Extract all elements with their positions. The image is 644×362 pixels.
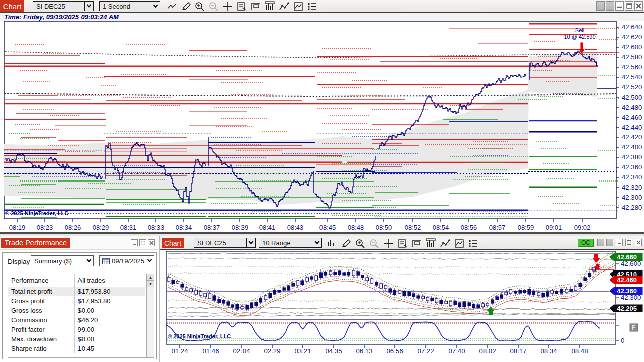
svg-text:01:24: 01:24	[171, 347, 188, 355]
svg-text:42.660: 42.660	[617, 253, 637, 261]
svg-text:08:02: 08:02	[479, 347, 496, 355]
svg-text:08:48: 08:48	[348, 224, 364, 231]
svg-text:08:59: 08:59	[518, 224, 534, 231]
svg-text:02:29: 02:29	[264, 347, 280, 355]
svg-text:08:34: 08:34	[540, 347, 557, 355]
svg-text:09:02: 09:02	[574, 224, 591, 231]
svg-text:06:13: 06:13	[356, 347, 372, 355]
svg-text:08:34: 08:34	[176, 224, 192, 231]
svg-text:0: 0	[621, 337, 624, 344]
svg-text:42.280: 42.280	[622, 204, 642, 211]
svg-text:08:39: 08:39	[232, 224, 249, 231]
svg-text:42.560: 42.560	[622, 63, 642, 71]
svg-text:08:50: 08:50	[376, 224, 392, 231]
svg-text:08:33: 08:33	[148, 224, 165, 231]
svg-text:08:26: 08:26	[65, 224, 82, 231]
svg-text:08:29: 08:29	[93, 224, 109, 231]
svg-text:08:56: 08:56	[461, 224, 477, 231]
svg-text:03:21: 03:21	[294, 347, 311, 355]
svg-text:42.580: 42.580	[622, 53, 642, 61]
svg-text:09:01: 09:01	[546, 224, 562, 231]
svg-text:04:35: 04:35	[325, 347, 342, 355]
svg-text:42.320: 42.320	[622, 184, 642, 191]
svg-text:08:17: 08:17	[510, 347, 526, 355]
svg-text:42.340: 42.340	[622, 173, 642, 181]
svg-text:Sell: Sell	[575, 27, 584, 33]
svg-text:07:40: 07:40	[448, 347, 465, 355]
svg-text:08:48: 08:48	[571, 347, 588, 355]
svg-text:42.440: 42.440	[622, 124, 642, 131]
svg-text:08:37: 08:37	[204, 224, 220, 231]
svg-text:08:31: 08:31	[120, 224, 137, 231]
svg-text:42.640: 42.640	[622, 23, 642, 31]
svg-text:02:04: 02:04	[233, 347, 250, 355]
svg-text:42.420: 42.420	[622, 133, 642, 141]
svg-text:42.400: 42.400	[622, 143, 642, 151]
svg-text:42.540: 42.540	[622, 73, 642, 81]
svg-text:42.480: 42.480	[622, 104, 642, 111]
svg-text:08:57: 08:57	[489, 224, 506, 231]
svg-text:42.300: 42.300	[622, 194, 642, 201]
svg-text:10 @ 42.590: 10 @ 42.590	[564, 34, 595, 40]
svg-text:42.500: 42.500	[622, 94, 642, 101]
svg-text:06:56: 06:56	[386, 347, 403, 355]
svg-text:01:46: 01:46	[202, 347, 219, 355]
svg-text:08:23: 08:23	[37, 224, 53, 231]
svg-text:08:43: 08:43	[287, 224, 304, 231]
svg-text:42.360: 42.360	[617, 287, 637, 295]
svg-text:08:45: 08:45	[319, 224, 336, 231]
svg-text:42.520: 42.520	[622, 83, 642, 91]
svg-text:42.205: 42.205	[617, 305, 637, 312]
svg-text:© 2025 NinjaTrader, LLC: © 2025 NinjaTrader, LLC	[168, 333, 231, 339]
svg-text:42.360: 42.360	[622, 163, 642, 171]
svg-text:08:54: 08:54	[433, 224, 449, 231]
svg-text:42.460: 42.460	[617, 276, 637, 284]
svg-text:08:52: 08:52	[405, 224, 421, 231]
svg-text:42.620: 42.620	[622, 33, 642, 41]
svg-text:F: F	[632, 324, 635, 331]
svg-text:07:22: 07:22	[417, 347, 434, 355]
svg-text:42.380: 42.380	[622, 153, 642, 161]
svg-text:42.460: 42.460	[622, 114, 642, 121]
svg-text:08:41: 08:41	[259, 224, 276, 231]
svg-text:42.600: 42.600	[622, 43, 642, 51]
svg-text:08:19: 08:19	[9, 224, 26, 231]
svg-text:© 2025 NinjaTrader, LLC: © 2025 NinjaTrader, LLC	[5, 210, 68, 216]
